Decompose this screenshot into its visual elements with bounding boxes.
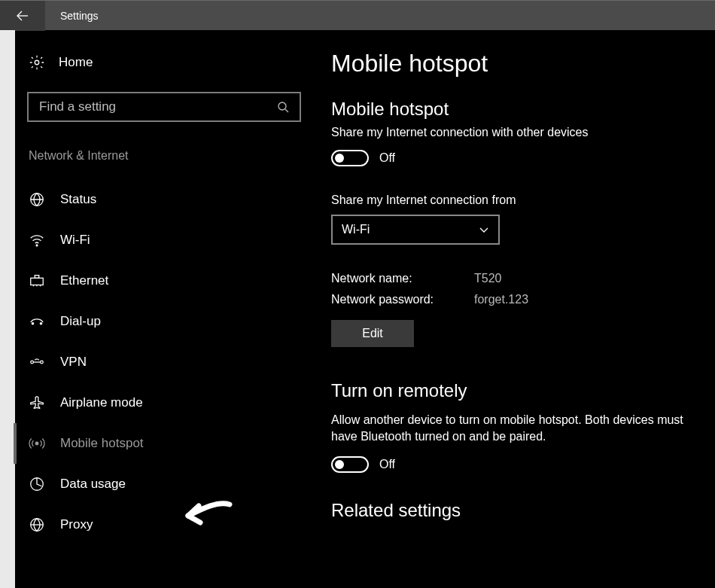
sidebar-item-label: Dial-up bbox=[60, 314, 101, 329]
svg-point-1 bbox=[35, 60, 39, 65]
svg-line-3 bbox=[285, 109, 288, 112]
dialup-icon bbox=[29, 313, 45, 330]
back-arrow-icon bbox=[15, 8, 30, 23]
sidebar-item-label: Ethernet bbox=[60, 273, 108, 288]
chevron-down-icon bbox=[479, 224, 489, 235]
window-title: Settings bbox=[60, 10, 99, 22]
network-name-label: Network name: bbox=[331, 272, 474, 285]
hotspot-heading: Mobile hotspot bbox=[331, 99, 707, 120]
sidebar-item-data-usage[interactable]: Data usage bbox=[27, 464, 301, 504]
main-content: Mobile hotspot Mobile hotspot Share my I… bbox=[316, 30, 715, 588]
sidebar-item-mobile-hotspot[interactable]: Mobile hotspot bbox=[14, 423, 301, 464]
svg-point-15 bbox=[35, 442, 38, 445]
hotspot-toggle-state: Off bbox=[379, 151, 395, 165]
sidebar-item-ethernet[interactable]: Ethernet bbox=[27, 260, 301, 301]
background-strip bbox=[0, 30, 15, 588]
airplane-icon bbox=[29, 395, 45, 411]
sidebar-item-proxy[interactable]: Proxy bbox=[27, 504, 301, 545]
sidebar-item-label: VPN bbox=[60, 355, 87, 370]
svg-point-13 bbox=[31, 361, 34, 364]
network-name-value: T520 bbox=[474, 272, 501, 285]
sidebar-item-label: Wi-Fi bbox=[60, 233, 90, 248]
sidebar-item-label: Airplane mode bbox=[60, 395, 143, 410]
hotspot-desc: Share my Internet connection with other … bbox=[331, 126, 707, 139]
page-title: Mobile hotspot bbox=[331, 50, 707, 78]
sidebar-item-dial-up[interactable]: Dial-up bbox=[27, 301, 301, 342]
share-from-value: Wi-Fi bbox=[342, 223, 370, 236]
share-from-label: Share my Internet connection from bbox=[331, 193, 707, 207]
search-input[interactable] bbox=[39, 99, 265, 114]
sidebar-item-label: Proxy bbox=[60, 517, 93, 532]
ethernet-icon bbox=[29, 273, 45, 289]
remote-desc: Allow another device to turn on mobile h… bbox=[331, 412, 707, 446]
hotspot-toggle[interactable] bbox=[331, 150, 369, 166]
sidebar-item-airplane-mode[interactable]: Airplane mode bbox=[27, 382, 301, 423]
network-icon bbox=[29, 191, 45, 208]
network-password-label: Network password: bbox=[331, 293, 474, 306]
data-usage-icon bbox=[29, 476, 45, 492]
gear-icon bbox=[29, 54, 45, 71]
svg-point-2 bbox=[278, 102, 286, 110]
network-password-value: forget.123 bbox=[474, 293, 528, 306]
proxy-icon bbox=[29, 516, 45, 533]
sidebar: Home Network & Internet StatusWi-FiEther… bbox=[15, 30, 316, 588]
sidebar-item-vpn[interactable]: VPN bbox=[27, 342, 301, 382]
remote-heading: Turn on remotely bbox=[331, 380, 707, 401]
home-link[interactable]: Home bbox=[27, 50, 301, 75]
remote-toggle[interactable] bbox=[331, 456, 369, 473]
svg-point-14 bbox=[41, 361, 44, 364]
svg-rect-6 bbox=[31, 278, 44, 285]
svg-point-5 bbox=[36, 245, 38, 246]
search-box[interactable] bbox=[27, 92, 301, 122]
edit-button[interactable]: Edit bbox=[331, 320, 414, 347]
back-button[interactable] bbox=[0, 1, 45, 31]
wifi-icon bbox=[29, 232, 45, 248]
hotspot-icon bbox=[29, 435, 45, 452]
category-label: Network & Internet bbox=[27, 149, 301, 163]
vpn-icon bbox=[29, 354, 45, 370]
remote-toggle-state: Off bbox=[379, 458, 395, 471]
titlebar: Settings bbox=[0, 0, 715, 30]
svg-point-11 bbox=[32, 323, 33, 324]
sidebar-item-label: Status bbox=[60, 192, 96, 207]
sidebar-item-label: Data usage bbox=[60, 477, 126, 492]
sidebar-item-status[interactable]: Status bbox=[27, 179, 301, 220]
search-icon bbox=[277, 101, 289, 113]
sidebar-item-wi-fi[interactable]: Wi-Fi bbox=[27, 220, 301, 260]
svg-point-12 bbox=[40, 323, 41, 324]
sidebar-item-label: Mobile hotspot bbox=[60, 436, 144, 451]
related-heading: Related settings bbox=[331, 500, 707, 521]
home-label: Home bbox=[59, 55, 93, 70]
svg-rect-10 bbox=[35, 276, 39, 279]
share-from-dropdown[interactable]: Wi-Fi bbox=[331, 215, 500, 245]
